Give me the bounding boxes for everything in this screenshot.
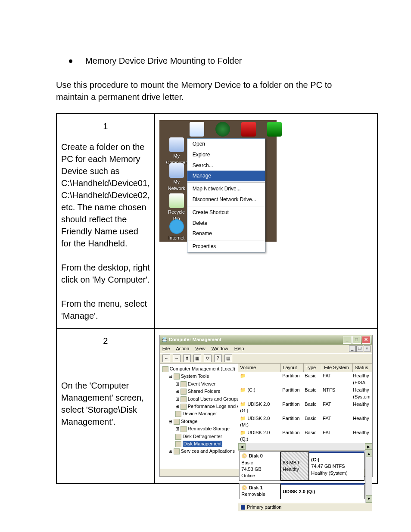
ctx-search[interactable]: Search...	[187, 160, 265, 171]
close-button[interactable]: ✕	[362, 336, 371, 344]
tree-disk-management[interactable]: Disk Management	[161, 440, 237, 448]
bin-icon	[169, 193, 184, 208]
ctx-open[interactable]: Open	[187, 139, 265, 149]
internet-label: Internet	[166, 235, 187, 241]
volume-row[interactable]: 📁 UDISK 2.0 (M:)PartitionBasicFATHealthy	[238, 415, 372, 429]
legend: Primary partition	[238, 503, 372, 511]
vol-layout: Partition	[280, 386, 303, 401]
disk1-info[interactable]: 📀 Disk 1 Removable	[239, 483, 280, 499]
menu-file[interactable]: File	[162, 345, 170, 352]
volume-row[interactable]: 📁 (C:)PartitionBasicNTFSHealthy (System	[238, 386, 372, 401]
menu-view[interactable]: View	[195, 345, 206, 352]
vol-layout: Partition	[280, 401, 303, 415]
services-icon	[174, 448, 180, 454]
back-button[interactable]: ←	[162, 355, 170, 362]
vol-fs: FAT	[321, 372, 351, 386]
defrag-icon	[175, 434, 181, 440]
forward-button[interactable]: →	[173, 355, 181, 362]
menu-action[interactable]: Action	[176, 345, 189, 352]
vol-status: Healthy (EISA	[351, 372, 372, 386]
my-computer-icon[interactable]: My Computer	[166, 137, 187, 166]
internet-icon[interactable]: Internet	[166, 219, 187, 241]
disk-icon	[175, 441, 181, 447]
scroll-up-icon[interactable]: ▲	[366, 450, 372, 457]
disk1-seg[interactable]: UDISK 2.0 (Q:)	[280, 483, 364, 499]
tree-system-tools[interactable]: ⊟ System Tools	[161, 373, 237, 380]
window-title: 📇 Computer Management	[162, 336, 221, 343]
menubar: File Action View Window Help _ ❐ ×	[160, 345, 372, 353]
tree-device-manager[interactable]: Device Manager	[161, 410, 237, 417]
hdr-type[interactable]: Type	[304, 364, 322, 372]
scroll-down-icon[interactable]: ▼	[366, 495, 372, 503]
disk0-seg1[interactable]: 63 MB F Healthy	[280, 451, 309, 481]
steps-table: 1 Create a folder on the PC for each Mem…	[56, 113, 378, 484]
hdr-layout[interactable]: Layout	[281, 364, 304, 372]
menu-window[interactable]: Window	[212, 345, 228, 352]
refresh-button[interactable]: ⟳	[204, 355, 212, 362]
tree-services-apps[interactable]: ⊞ Services and Applications	[161, 448, 237, 455]
desktop-icon	[190, 122, 204, 137]
minimize-button[interactable]: _	[343, 336, 352, 344]
up-button[interactable]: ⬆	[183, 355, 191, 362]
ctx-delete[interactable]: Delete	[187, 218, 265, 229]
tree-defragmenter[interactable]: Disk Defragmenter	[161, 433, 237, 440]
vol-type: Basic	[303, 415, 321, 429]
ctx-rename[interactable]: Rename	[187, 228, 265, 239]
vol-name: 📁	[238, 372, 280, 386]
disk1-name: 📀 Disk 1	[241, 485, 278, 491]
right-pane: Volume Layout Type File System Status 📁 …	[238, 364, 372, 469]
tree-local-users[interactable]: ⊞ Local Users and Groups	[161, 395, 237, 403]
mdi-close[interactable]: ×	[364, 345, 371, 352]
ctx-explore[interactable]: Explore	[187, 149, 265, 160]
step2-cell: 2 On the 'Computer Management' screen, s…	[56, 328, 155, 483]
recycle-bin-icon[interactable]: Recycle Bin	[166, 193, 187, 222]
disk0-seg2[interactable]: (C:) 74.47 GB NTFS Healthy (System)	[309, 451, 364, 481]
v-scroll-track[interactable]	[366, 457, 372, 495]
tree-perf-logs[interactable]: ⊞ Performance Logs and Alerts	[161, 403, 237, 410]
toolbar-btn[interactable]: ?	[214, 355, 222, 362]
ctx-create-shortcut[interactable]: Create Shortcut	[187, 207, 265, 218]
volume-row[interactable]: 📁 UDISK 2.0 (Q:)PartitionBasicFATHealthy	[238, 429, 372, 443]
tree-event-viewer[interactable]: ⊞ Event Viewer	[161, 380, 237, 388]
tree-root[interactable]: Computer Management (Local)	[161, 365, 237, 373]
seg1-status: Healthy	[283, 466, 307, 473]
scroll-left-icon[interactable]: ◀	[238, 443, 246, 450]
scroll-right-icon[interactable]: ▶	[365, 443, 372, 450]
mdi-minimize[interactable]: _	[349, 345, 356, 352]
app-icon	[267, 122, 282, 137]
volume-row[interactable]: 📁 PartitionBasicFATHealthy (EISA	[238, 372, 372, 386]
tools-icon	[174, 373, 180, 380]
mdi-restore[interactable]: ❐	[356, 345, 363, 352]
vol-name: 📁 UDISK 2.0 (Q:)	[238, 429, 280, 443]
folder-icon	[181, 389, 187, 395]
ctx-disconnect-drive[interactable]: Disconnect Network Drive...	[187, 194, 265, 205]
vol-status: Healthy	[351, 401, 372, 415]
hdr-volume[interactable]: Volume	[238, 364, 281, 372]
vol-type: Basic	[303, 372, 321, 386]
hdr-status[interactable]: Status	[353, 364, 372, 372]
tree-storage[interactable]: ⊟ Storage	[161, 418, 237, 425]
vol-name: 📁 UDISK 2.0 (G:)	[238, 401, 280, 415]
h-scrollbar[interactable]: ◀ ▶	[238, 443, 372, 450]
ctx-sep	[187, 206, 265, 206]
toolbar-btn[interactable]: ▤	[224, 355, 232, 362]
desktop-screenshot: My Computer My Network Places Recycle Bi…	[159, 120, 277, 242]
ctx-properties[interactable]: Properties	[187, 241, 265, 252]
tree-removable-storage[interactable]: ⊞ Removable Storage	[161, 425, 237, 432]
desktop-top-icons	[190, 122, 282, 137]
vol-type: Basic	[303, 386, 321, 401]
menu-help[interactable]: Help	[234, 345, 244, 352]
step2-number: 2	[61, 335, 150, 347]
step1-number: 1	[61, 120, 150, 132]
disk0-info[interactable]: 📀 Disk 0 Basic 74.53 GB Online	[239, 451, 280, 481]
volume-row[interactable]: 📁 UDISK 2.0 (G:)PartitionBasicFATHealthy	[238, 401, 372, 415]
toolbar-btn[interactable]: ▦	[193, 355, 201, 362]
ctx-manage[interactable]: Manage	[187, 171, 265, 181]
hdr-fs[interactable]: File System	[322, 364, 353, 372]
maximize-button[interactable]: □	[352, 336, 361, 344]
tree-shared-folders[interactable]: ⊞ Shared Folders	[161, 388, 237, 395]
step2-image-cell: 📇 Computer Management _ □ ✕ File Action …	[155, 328, 377, 483]
tree-pane: Computer Management (Local) ⊟ System Too…	[160, 364, 239, 469]
ctx-map-drive[interactable]: Map Network Drive...	[187, 184, 265, 194]
v-scrollbar[interactable]: ▲ ▼	[365, 450, 372, 502]
